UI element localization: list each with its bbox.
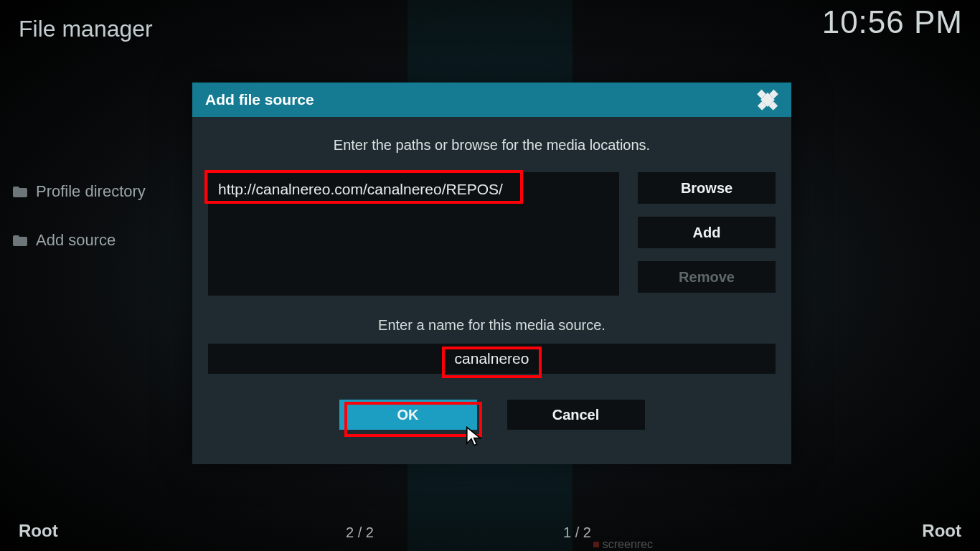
clock: 10:56 PM [822, 4, 963, 40]
dialog-titlebar: Add file source [192, 83, 791, 117]
source-name-value: canalnereo [455, 350, 529, 367]
browse-button[interactable]: Browse [638, 172, 776, 204]
path-entry[interactable]: http://canalnereo.com/canalnereo/REPOS/ [212, 175, 615, 204]
add-button[interactable]: Add [638, 217, 776, 248]
paths-instruction: Enter the paths or browse for the media … [208, 137, 776, 154]
ok-button[interactable]: OK [339, 400, 477, 430]
paths-list[interactable]: http://canalnereo.com/canalnereo/REPOS/ [208, 172, 619, 296]
cancel-button[interactable]: Cancel [507, 400, 645, 430]
footer-right-count: 1 / 2 [563, 524, 591, 541]
kodi-logo-icon [753, 85, 783, 115]
app-window: File manager 10:56 PM Profile directory … [0, 0, 980, 551]
sidebar-item-profile-directory[interactable]: Profile directory [10, 175, 189, 208]
footer: Root 2 / 2 1 / 2 Root [0, 512, 980, 541]
folder-icon [13, 187, 27, 197]
sidebar-item-add-source[interactable]: Add source [10, 224, 189, 257]
name-instruction: Enter a name for this media source. [208, 317, 776, 334]
sidebar-item-label: Profile directory [36, 182, 146, 201]
page-title: File manager [19, 16, 153, 42]
footer-left-title: Root [19, 521, 58, 541]
dialog-title: Add file source [205, 91, 314, 108]
screenrec-watermark: screenrec [593, 538, 653, 551]
source-name-input[interactable]: canalnereo [208, 344, 776, 374]
record-dot-icon [593, 542, 599, 547]
add-file-source-dialog: Add file source Enter the paths or brows… [192, 83, 791, 464]
folder-icon [13, 235, 27, 246]
dialog-body: Enter the paths or browse for the media … [192, 117, 791, 437]
watermark-text: screenrec [603, 538, 653, 551]
remove-button: Remove [638, 261, 776, 293]
footer-left-count: 2 / 2 [346, 524, 374, 541]
sidebar: Profile directory Add source [10, 175, 189, 273]
footer-right-title: Root [922, 521, 961, 541]
sidebar-item-label: Add source [36, 231, 116, 250]
